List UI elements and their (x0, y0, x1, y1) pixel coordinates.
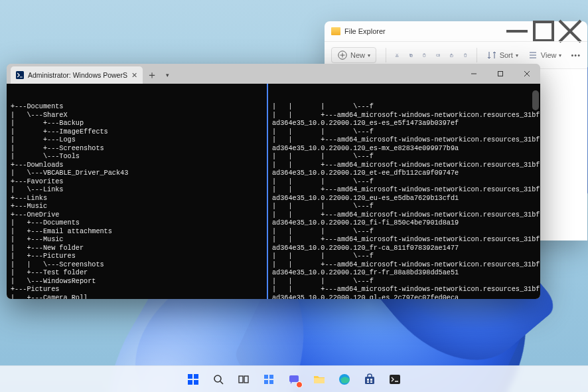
terminal-line: | +---Email attachments (11, 228, 263, 237)
new-button[interactable]: New ▾ (331, 47, 376, 63)
view-label: View (541, 51, 557, 59)
terminal-line: | +---Test folder (11, 269, 263, 278)
view-icon (528, 50, 538, 60)
sort-button[interactable]: Sort ▾ (486, 50, 518, 60)
svg-rect-13 (423, 54, 425, 56)
terminal-pane-right[interactable]: | | | \---f| | +---amd64_microsoft-windo… (268, 84, 540, 299)
store-button[interactable] (359, 369, 380, 390)
terminal-line: | +---New folder (11, 245, 263, 253)
svg-rect-44 (367, 381, 369, 383)
terminal-tab[interactable]: Administrator: Windows PowerS ✕ (11, 66, 143, 84)
svg-rect-42 (367, 379, 369, 381)
terminal-line: | \---Tools (11, 153, 263, 161)
terminal-line: | | +---amd64_microsoft-windows-networki… (272, 211, 536, 220)
svg-rect-32 (239, 376, 243, 383)
explorer-title: File Explorer (344, 27, 386, 35)
terminal-pane-left[interactable]: +---Documents| \---ShareX| +---Backup| +… (7, 84, 268, 299)
svg-rect-45 (370, 381, 372, 383)
svg-point-8 (398, 56, 399, 57)
edge-button[interactable] (334, 369, 355, 390)
svg-rect-37 (269, 380, 273, 384)
svg-line-31 (220, 381, 223, 384)
share-icon[interactable] (449, 50, 453, 60)
terminal-line: ad364e35_10.0.22000.120_et-ee_dfb112ca9f… (272, 169, 536, 178)
svg-rect-36 (264, 380, 268, 384)
more-icon[interactable]: ••• (571, 50, 581, 60)
delete-icon[interactable] (463, 50, 467, 60)
terminal-line: | \---ShareX (11, 112, 263, 120)
terminal-line: +---Music (11, 203, 263, 211)
minimize-button[interactable] (461, 64, 487, 84)
explorer-titlebar[interactable]: File Explorer (325, 21, 587, 41)
scrollbar[interactable] (532, 86, 539, 299)
terminal-line: | | | \---f (272, 153, 536, 161)
terminal-line: ad364e35_10.0.22000.120_fi-fi_850c4be790… (272, 219, 536, 228)
terminal-tab-title: Administrator: Windows PowerS (28, 71, 127, 79)
svg-rect-35 (269, 375, 273, 379)
paste-icon[interactable] (422, 50, 426, 60)
svg-rect-39 (314, 378, 325, 383)
svg-point-7 (396, 56, 398, 57)
file-explorer-button[interactable] (309, 369, 330, 390)
start-button[interactable] (183, 369, 204, 390)
terminal-line: | \---Links (11, 186, 263, 195)
view-button[interactable]: View ▾ (528, 50, 562, 60)
close-button[interactable] (557, 21, 583, 41)
terminal-line: | | +---amd64_microsoft-windows-networki… (272, 236, 536, 245)
terminal-button[interactable] (384, 369, 405, 390)
svg-rect-26 (188, 374, 192, 379)
svg-rect-28 (188, 380, 192, 385)
svg-rect-46 (390, 375, 400, 384)
terminal-line: | \---WindowsReport (11, 278, 263, 286)
sort-label: Sort (500, 51, 513, 59)
chevron-down-icon: ▾ (516, 52, 518, 58)
chat-button[interactable] (283, 369, 305, 390)
rename-icon[interactable] (436, 50, 440, 60)
terminal-line: | +---Music (11, 236, 263, 245)
search-button[interactable] (208, 369, 229, 390)
minimize-button[interactable] (504, 21, 530, 41)
maximize-button[interactable] (530, 21, 557, 41)
taskbar (0, 365, 588, 392)
terminal-line: | | +---amd64_microsoft-windows-networki… (272, 112, 536, 120)
svg-rect-43 (370, 379, 372, 381)
tab-dropdown-button[interactable]: ▾ (161, 66, 175, 84)
terminal-line: | | | \---f (272, 252, 536, 261)
terminal-line: | | | \---f (272, 103, 536, 112)
terminal-line: ad364e35_10.0.22000.120_gl-es_2c797ec07f… (272, 294, 536, 300)
new-label: New (350, 51, 365, 59)
terminal-line: | +---Camera Roll (11, 294, 263, 300)
terminal-line: +---Links (11, 195, 263, 203)
svg-rect-1 (534, 22, 553, 41)
terminal-line: +---OneDrive (11, 211, 263, 220)
svg-rect-14 (424, 54, 425, 54)
terminal-body[interactable]: +---Documents| \---ShareX| +---Backup| +… (7, 84, 540, 299)
terminal-line: +---Downloads (11, 161, 263, 170)
cut-icon[interactable] (395, 50, 399, 60)
widgets-button[interactable] (258, 369, 279, 390)
copy-icon[interactable] (409, 50, 413, 60)
svg-point-30 (214, 375, 221, 382)
terminal-line: | | +---amd64_microsoft-windows-networki… (272, 261, 536, 270)
close-button[interactable] (514, 64, 540, 84)
svg-rect-23 (498, 72, 503, 76)
terminal-line: ad364e35_10.0.22000.120_eu-es_e5dba7629b… (272, 195, 536, 203)
terminal-line: | \---VBCABLE_Driver_Pack43 (11, 169, 263, 178)
close-tab-icon[interactable]: ✕ (131, 71, 137, 79)
terminal-line: | | +---amd64_microsoft-windows-networki… (272, 161, 536, 170)
terminal-line: | +---Logs (11, 136, 263, 145)
terminal-line: ad364e35_10.0.22000.120_fr-fr_88a8bd398d… (272, 269, 536, 278)
terminal-line: | +---Pictures (11, 252, 263, 261)
scrollbar-thumb[interactable] (532, 90, 539, 110)
svg-rect-15 (437, 54, 439, 56)
terminal-line: ad364e35_10.0.22000.120_es-mx_e82834e099… (272, 145, 536, 153)
terminal-tabbar: Administrator: Windows PowerS ✕ ＋ ▾ (7, 64, 540, 84)
task-view-button[interactable] (233, 369, 254, 390)
maximize-button[interactable] (487, 64, 514, 84)
terminal-line: +---Documents (11, 103, 263, 112)
terminal-line: | +---Backup (11, 120, 263, 128)
chevron-down-icon: ▾ (368, 52, 370, 58)
terminal-line: | | | \---f (272, 228, 536, 237)
terminal-window: Administrator: Windows PowerS ✕ ＋ ▾ +---… (7, 64, 540, 299)
new-tab-button[interactable]: ＋ (143, 66, 161, 84)
